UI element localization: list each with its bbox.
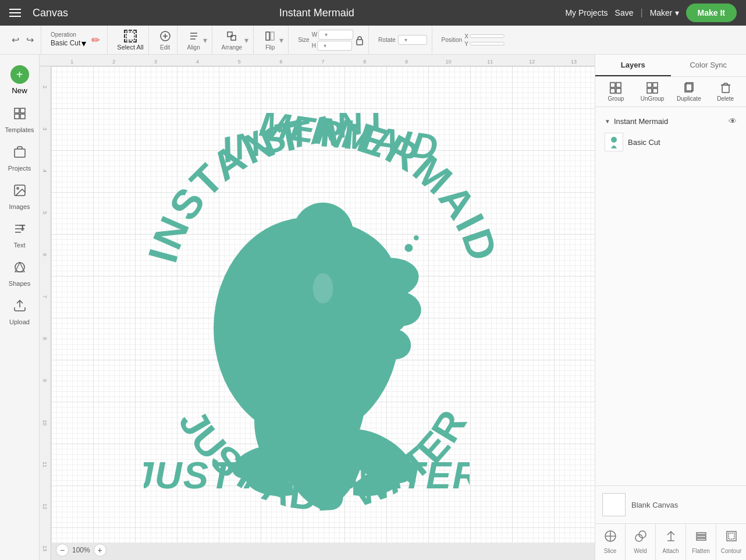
svg-point-19 [17,187,19,189]
align-group: Align ▾ [182,26,212,54]
svg-rect-56 [722,85,729,93]
svg-rect-45 [610,83,615,87]
svg-rect-65 [697,536,706,537]
svg-rect-16 [20,114,25,119]
zoom-in-button[interactable]: + [94,544,106,557]
mermaid-design-actual[interactable]: INSTANT MERMAID [84,87,562,541]
svg-rect-17 [15,149,25,157]
edit-button[interactable]: Edit [158,29,172,51]
layer-actions: Group UnGroup Duplicate Delete [595,77,746,107]
flip-chevron[interactable]: ▾ [279,36,283,45]
delete-button[interactable]: Delete [707,79,744,104]
make-it-button[interactable]: Make It [686,3,737,22]
size-h-input[interactable]: ▾ [317,41,352,51]
toolbar: ↩ ↪ Operation Basic Cut ▾ ✏ Select All E… [0,26,746,55]
duplicate-button[interactable]: Duplicate [671,79,708,104]
document-title: Instant Mermaid [80,7,553,19]
align-chevron[interactable]: ▾ [203,36,207,45]
flip-group: Flip ▾ [258,26,289,54]
canvas-area[interactable]: 1 2 3 4 5 6 7 8 9 10 11 12 13 2 3 4 5 6 … [40,55,595,560]
tab-layers[interactable]: Layers [595,55,671,76]
svg-rect-50 [647,83,652,87]
svg-point-37 [372,324,415,364]
blank-canvas-section: Blank Canvas [595,485,746,523]
maker-select[interactable]: Maker ▾ [650,8,679,17]
svg-rect-51 [653,83,658,87]
svg-rect-7 [228,32,232,37]
operation-label: Operation [51,31,76,38]
undo-button[interactable]: ↩ [9,32,22,48]
arrange-button[interactable]: Arrange [222,29,243,51]
group-button[interactable]: Group [598,79,634,104]
svg-point-57 [611,137,617,143]
sidebar-item-templates[interactable]: Templates [0,101,39,139]
svg-rect-53 [653,88,658,93]
ungroup-button[interactable]: UnGroup [634,79,671,104]
svg-rect-49 [610,82,621,94]
weld-button[interactable]: Weld [626,524,656,560]
lock-icon[interactable] [356,35,364,45]
rotate-input[interactable]: ▾ [398,35,427,45]
svg-point-38 [293,203,353,263]
layer-name: Basic Cut [628,138,737,147]
pencil-icon[interactable]: ✏ [88,33,102,47]
position-x-input[interactable] [470,34,505,38]
sidebar-item-images[interactable]: Images [0,178,39,216]
position-y-input[interactable] [470,42,505,45]
edit-group: Edit [154,26,177,54]
svg-point-21 [15,263,24,272]
svg-point-42 [414,235,419,240]
svg-rect-47 [610,88,615,93]
svg-text:T: T [20,224,26,232]
canvas-content[interactable]: INSTANT MERMAID [51,66,595,543]
svg-rect-14 [20,108,25,113]
select-all-group[interactable]: Select All [112,26,148,54]
operation-group: Operation Basic Cut ▾ ✏ [46,26,108,54]
save-button[interactable]: Save [615,8,634,17]
svg-rect-68 [729,533,734,539]
flip-button[interactable]: Flip [263,29,277,51]
svg-point-43 [313,273,333,303]
panel-tabs: Layers Color Sync [595,55,746,77]
svg-rect-13 [15,108,19,113]
svg-rect-64 [697,533,706,534]
layer-item-basic-cut[interactable]: Basic Cut [600,130,741,154]
select-all-button[interactable]: Select All [117,30,143,51]
my-projects-button[interactable]: My Projects [565,8,608,17]
layer-visibility-icon[interactable]: 👁 [729,116,737,126]
sidebar-item-new[interactable]: + New [0,59,39,101]
contour-button[interactable]: Contour [716,524,746,560]
ruler-top: 1 2 3 4 5 6 7 8 9 10 11 12 13 [40,55,595,66]
svg-rect-0 [126,32,134,40]
menu-hamburger[interactable] [9,9,21,17]
sidebar-item-text[interactable]: T Text [0,216,39,254]
svg-rect-12 [357,40,363,45]
arrange-chevron[interactable]: ▾ [244,36,248,45]
redo-button[interactable]: ↪ [24,32,36,48]
right-panel: Layers Color Sync Group UnGroup Duplicat… [595,55,746,560]
attach-button[interactable]: Attach [656,524,686,560]
zoom-out-button[interactable]: − [56,544,69,557]
sidebar-item-upload[interactable]: Upload [0,293,39,331]
left-sidebar: + New Templates Projects Images T Text [0,55,40,560]
ruler-left: 2 3 4 5 6 7 8 9 10 11 12 13 [40,66,51,560]
group-icon [609,81,622,94]
layer-group-header: ▼ Instant Mermaid 👁 [600,112,741,130]
sidebar-item-projects[interactable]: Projects [0,139,39,178]
operation-dropdown[interactable]: Basic Cut ▾ [51,38,86,49]
align-button[interactable]: Align [187,29,201,51]
layer-expand-arrow[interactable]: ▼ [605,118,610,125]
right-actions: My Projects Save | Maker ▾ Make It [565,3,737,22]
layer-thumbnail [605,133,623,151]
svg-rect-52 [647,88,652,93]
top-bar: Canvas Instant Mermaid My Projects Save … [0,0,746,26]
flatten-button[interactable]: Flatten [686,524,716,560]
layer-group-name: Instant Mermaid [614,117,668,126]
size-w-input[interactable]: ▾ [318,30,353,40]
svg-rect-11 [271,32,274,40]
sidebar-item-shapes[interactable]: Shapes [0,254,39,293]
tab-color-sync[interactable]: Color Sync [671,55,747,76]
slice-button[interactable]: Slice [595,524,626,560]
canvas-grid[interactable]: INSTANT MERMAID [51,66,595,543]
svg-rect-48 [616,88,621,93]
